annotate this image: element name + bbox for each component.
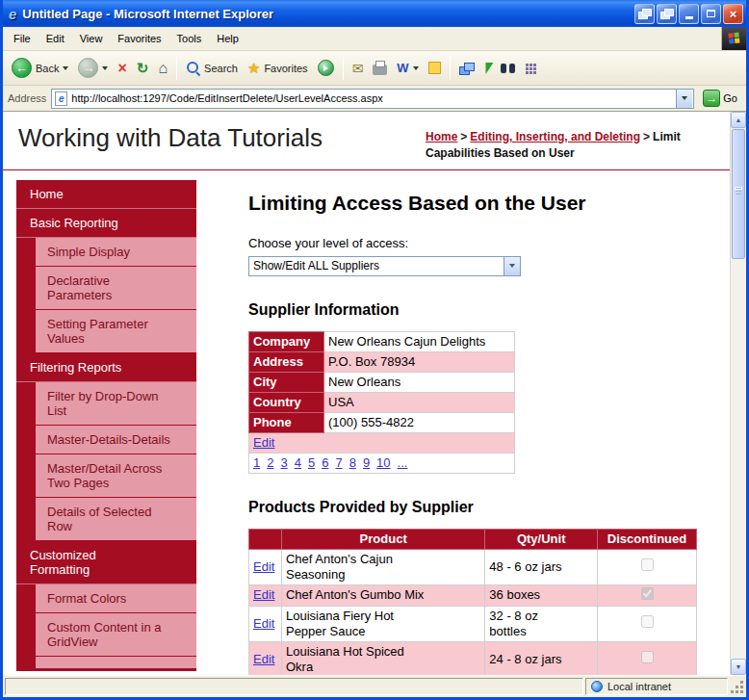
discontinued-checkbox	[641, 587, 654, 600]
pager-link-6[interactable]: 6	[322, 455, 328, 470]
web-page: Working with Data Tutorials Home>Editing…	[3, 112, 730, 675]
pager-link-8[interactable]: 8	[349, 455, 356, 470]
window-utility-button-1[interactable]	[634, 4, 655, 24]
product-qty: 24 - 8 oz jars	[485, 641, 598, 675]
scroll-thumb[interactable]	[732, 129, 745, 259]
home-button[interactable]: ⌂	[154, 58, 171, 79]
pager-link-7[interactable]: 7	[335, 455, 342, 470]
edit-button[interactable]: W	[393, 59, 422, 77]
sidebar-item-declarative-parameters[interactable]: Declarative Parameters	[36, 267, 196, 310]
address-bar: Address e http://localhost:1297/Code/Edi…	[3, 86, 746, 112]
minimize-button[interactable]	[679, 4, 699, 24]
favorites-button[interactable]: ★ Favorites	[244, 58, 312, 78]
sidebar-item-master-detail-across-two-pages[interactable]: Master/Detail Across Two Pages	[36, 454, 196, 498]
pager-link-5[interactable]: 5	[308, 455, 315, 470]
media-button[interactable]	[314, 57, 338, 79]
sidebar-item-custom-content-in-a-gridview[interactable]: Custom Content in a GridView	[36, 613, 196, 657]
search-button[interactable]: Search	[182, 58, 242, 78]
sidebar-item-home[interactable]: Home	[16, 180, 196, 209]
pager-link-10[interactable]: 10	[376, 455, 390, 470]
breadcrumb-home-link[interactable]: Home	[426, 130, 457, 143]
product-edit-link[interactable]: Edit	[253, 652, 274, 666]
minimize-icon	[685, 16, 693, 19]
pager-link-more[interactable]: ...	[398, 455, 408, 470]
sidebar-item-filtering-reports[interactable]: Filtering Reports	[16, 353, 196, 382]
discuss-button[interactable]	[425, 59, 445, 77]
forward-button[interactable]: →	[74, 55, 112, 81]
go-button[interactable]: → Go	[699, 89, 741, 108]
window-utility-button-2[interactable]	[657, 4, 677, 24]
forward-dropdown-icon	[102, 66, 108, 70]
sidebar-item-simple-display[interactable]: Simple Display	[36, 238, 196, 267]
product-edit-link[interactable]: Edit	[253, 559, 274, 574]
menu-favorites[interactable]: Favorites	[110, 28, 168, 49]
plugin-button-3[interactable]	[497, 61, 519, 76]
product-name: Louisiana Fiery Hot Pepper Sauce	[281, 606, 484, 641]
page-title: Limiting Access Based on the User	[248, 192, 712, 215]
sidebar-item-details-of-selected-row[interactable]: Details of Selected Row	[36, 498, 196, 541]
pager-link-3[interactable]: 3	[280, 455, 287, 470]
chevron-down-icon	[509, 264, 515, 268]
breadcrumb-section-link[interactable]: Editing, Inserting, and Deleting	[470, 130, 640, 143]
back-button[interactable]: ← Back	[8, 55, 72, 81]
monitors-icon	[459, 63, 474, 74]
access-level-select[interactable]: Show/Edit ALL Suppliers	[248, 256, 521, 276]
product-edit-link[interactable]: Edit	[253, 616, 274, 631]
mail-button[interactable]: ✉	[349, 59, 368, 78]
plugin-button-1[interactable]	[455, 60, 478, 77]
product-row: Edit Chef Anton's Gumbo Mix 36 boxes	[249, 584, 697, 606]
supplier-row: Company New Orleans Cajun Delights	[249, 331, 515, 351]
menu-help[interactable]: Help	[209, 28, 246, 49]
sidebar-item-format-colors[interactable]: Format Colors	[36, 584, 196, 613]
pager-link-4[interactable]: 4	[295, 455, 301, 470]
address-dropdown-button[interactable]	[676, 90, 692, 108]
pager-link-9[interactable]: 9	[363, 455, 370, 470]
menu-file[interactable]: File	[6, 28, 39, 49]
resize-grip[interactable]	[730, 678, 745, 695]
pager-link-2[interactable]: 2	[267, 455, 273, 470]
grid-icon	[525, 63, 536, 74]
sidebar-item-cutoff[interactable]	[36, 657, 196, 668]
product-row: Edit Louisiana Fiery Hot Pepper Sauce 32…	[249, 606, 697, 641]
sidebar-item-setting-parameter-values[interactable]: Setting Parameter Values	[36, 310, 196, 353]
vertical-scrollbar[interactable]: ▲ ▼	[730, 112, 746, 675]
maximize-button[interactable]	[701, 4, 721, 24]
menu-view[interactable]: View	[72, 28, 111, 49]
address-input[interactable]: e http://localhost:1297/Code/EditInsertD…	[51, 89, 694, 109]
supplier-field-name: Country	[249, 392, 324, 412]
stop-button[interactable]: ×	[114, 58, 130, 79]
supplier-field-name: Company	[249, 331, 324, 351]
title-bar[interactable]: e Untitled Page - Microsoft Internet Exp…	[3, 0, 746, 27]
plugin-button-4[interactable]	[521, 60, 540, 77]
edit-word-icon: W	[397, 62, 408, 74]
print-button[interactable]	[369, 59, 391, 78]
menu-edit[interactable]: Edit	[39, 28, 72, 49]
scroll-down-button[interactable]: ▼	[731, 659, 746, 675]
menu-bar: File Edit View Favorites Tools Help	[3, 27, 746, 51]
ie-logo-icon: e	[9, 6, 16, 22]
product-row: Edit Louisiana Hot Spiced Okra 24 - 8 oz…	[249, 641, 697, 675]
sidebar-item-master-details-details[interactable]: Master-Details-Details	[36, 426, 196, 454]
sidebar-item-customized-formatting[interactable]: Customized Formatting	[16, 541, 196, 584]
sidebar-item-basic-reporting[interactable]: Basic Reporting	[16, 209, 196, 238]
sidebar-item-filter-by-drop-down-list[interactable]: Filter by Drop-Down List	[36, 382, 196, 426]
product-edit-link[interactable]: Edit	[253, 587, 274, 602]
product-name: Louisiana Hot Spiced Okra	[281, 641, 484, 675]
status-main-pane	[5, 678, 583, 695]
select-arrow-button[interactable]	[504, 257, 520, 275]
refresh-button[interactable]: ↻	[133, 58, 153, 78]
close-button[interactable]: ×	[723, 4, 743, 24]
supplier-row: City New Orleans	[249, 372, 515, 392]
pager-link-1[interactable]: 1	[253, 455, 260, 470]
discontinued-checkbox	[641, 558, 654, 571]
menu-tools[interactable]: Tools	[169, 28, 210, 49]
scroll-up-button[interactable]: ▲	[731, 112, 746, 128]
dual-monitor-icon	[638, 9, 651, 18]
supplier-edit-link[interactable]: Edit	[253, 435, 274, 450]
favorites-label: Favorites	[264, 63, 307, 74]
supplier-field-name: Phone	[249, 412, 324, 432]
plugin-button-2[interactable]	[479, 60, 495, 77]
supplier-field-name: Address	[249, 351, 324, 372]
product-name: Chef Anton's Cajun Seasoning	[281, 549, 484, 584]
supplier-edit-row: Edit	[249, 432, 515, 453]
